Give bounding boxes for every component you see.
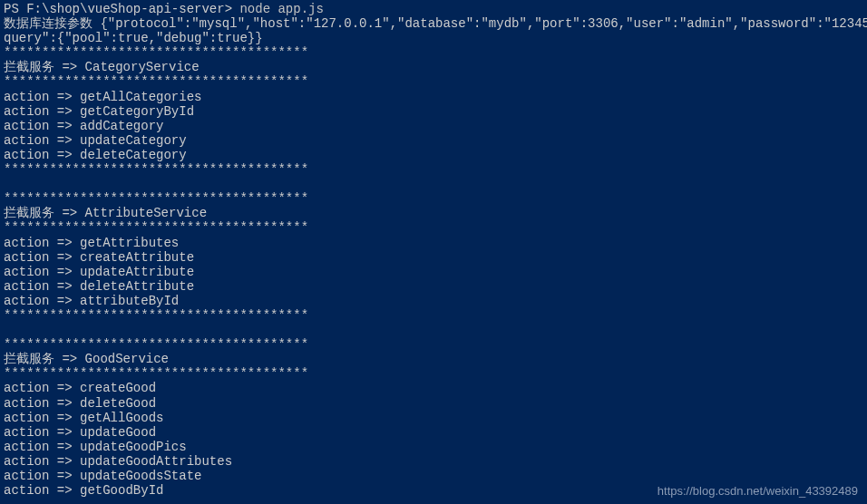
terminal-line: action => getCategoryById bbox=[4, 104, 863, 119]
terminal-line: 拦截服务 => GoodService bbox=[4, 352, 863, 366]
terminal-line: action => updateGoodPics bbox=[4, 440, 863, 454]
terminal-line: action => updateAttribute bbox=[4, 265, 863, 279]
terminal-line: action => createGood bbox=[4, 381, 863, 395]
terminal-line bbox=[4, 177, 863, 191]
terminal-line: 数据库连接参数 {"protocol":"mysql","host":"127.… bbox=[4, 16, 863, 31]
terminal-line: **************************************** bbox=[4, 366, 863, 381]
terminal-line: **************************************** bbox=[4, 74, 863, 89]
terminal-line: action => getAllGoods bbox=[4, 411, 863, 425]
terminal-line: action => attributeById bbox=[4, 294, 863, 308]
prompt-path: PS F:\shop\vueShop-api-server> bbox=[4, 2, 232, 16]
terminal-line: action => createAttribute bbox=[4, 250, 863, 265]
terminal-line: action => updateGoodAttributes bbox=[4, 454, 863, 469]
terminal-line: 拦截服务 => CategoryService bbox=[4, 60, 863, 74]
terminal-line: 拦截服务 => AttributeService bbox=[4, 206, 863, 220]
terminal-line: action => getAttributes bbox=[4, 236, 863, 250]
terminal-line bbox=[4, 323, 863, 337]
terminal-line: action => deleteCategory bbox=[4, 148, 863, 162]
terminal-line: **************************************** bbox=[4, 337, 863, 352]
terminal-output: 数据库连接参数 {"protocol":"mysql","host":"127.… bbox=[4, 16, 863, 498]
terminal-line: action => updateCategory bbox=[4, 133, 863, 148]
terminal-line: action => getAllCategories bbox=[4, 90, 863, 104]
terminal-line: action => deleteAttribute bbox=[4, 279, 863, 294]
terminal-line: action => deleteGood bbox=[4, 396, 863, 411]
terminal-line: action => updateGood bbox=[4, 425, 863, 440]
terminal-line: action => updateGoodsState bbox=[4, 469, 863, 483]
terminal-line: **************************************** bbox=[4, 308, 863, 323]
prompt-command: node app.js bbox=[232, 2, 324, 16]
terminal-line: action => addCategory bbox=[4, 119, 863, 133]
terminal-line: query":{"pool":true,"debug":true}} bbox=[4, 31, 863, 45]
terminal-prompt-line: PS F:\shop\vueShop-api-server> node app.… bbox=[4, 2, 863, 16]
terminal-line: **************************************** bbox=[4, 45, 863, 60]
terminal-line: **************************************** bbox=[4, 220, 863, 235]
terminal-line: **************************************** bbox=[4, 191, 863, 206]
terminal-line: **************************************** bbox=[4, 162, 863, 177]
watermark-text: https://blog.csdn.net/weixin_43392489 bbox=[658, 485, 858, 499]
